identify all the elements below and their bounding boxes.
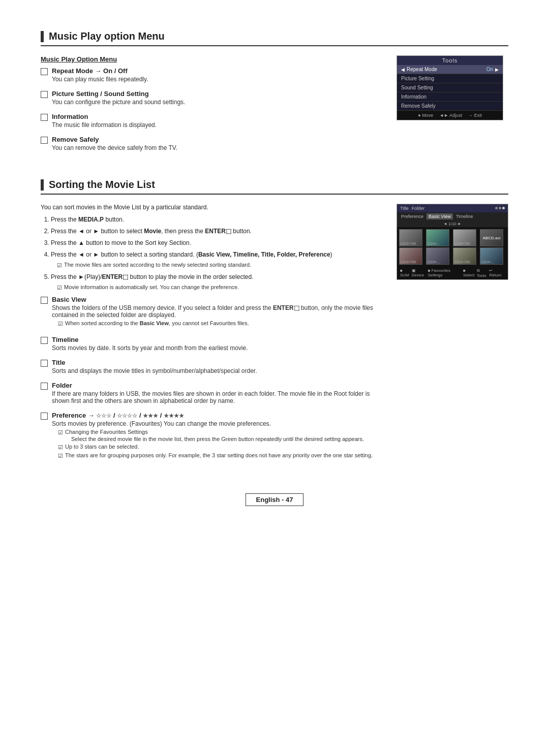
remove-safely-label: Remove Safely	[52, 136, 381, 143]
picture-sound-label: Picture Setting / Sound Setting	[52, 90, 381, 98]
dot-3	[502, 207, 505, 209]
information-label: Information	[52, 113, 381, 120]
preference-content: Preference → ☆☆☆ / ☆☆☆☆ / ★★★ / ★★★★ Sor…	[52, 412, 381, 461]
footer-select: ■ Select	[463, 268, 477, 278]
step-5-note: ☑ Movie information is automatically set…	[57, 283, 381, 292]
checkbox-icon-preference	[41, 413, 48, 420]
basic-view-desc: Shows the folders of the USB memory devi…	[52, 304, 381, 319]
pref-note-2: ☑ Up to 3 stars can be selected.	[58, 444, 381, 451]
thumb-1: 1024×768	[399, 229, 422, 246]
checkbox-icon-remove	[41, 137, 48, 144]
step-3: Press the ▲ button to move to the Sort k…	[51, 238, 381, 247]
pref-note-2-text: Up to 3 stars can be selected.	[65, 444, 139, 450]
repeat-mode-item: Repeat Mode → On / Off You can play musi…	[41, 67, 381, 83]
footer-return: ↩ Return	[489, 268, 505, 278]
folder-desc: If there are many folders in USB, the mo…	[52, 390, 381, 404]
music-play-content: Music Play Option Menu Repeat Mode → On …	[41, 55, 508, 159]
folder-content: Folder If there are many folders in USB,…	[52, 382, 381, 404]
checkbox-icon-timeline	[41, 337, 48, 344]
step-1: Press the MEDIA.P button.	[51, 215, 381, 224]
timeline-label: Timeline	[52, 336, 381, 343]
remove-safely-desc: You can remove the device safely from th…	[52, 144, 381, 151]
movie-header-dots	[495, 206, 505, 211]
remove-safely-item: Remove Safely You can remove the device …	[41, 136, 381, 151]
thumb-5: 1024×768	[399, 247, 422, 265]
tab-timeline[interactable]: Timeline	[454, 213, 475, 219]
note-icon-pref-2: ☑	[58, 444, 63, 451]
tools-row-information: Information	[397, 92, 503, 102]
information-content: Information The music file information i…	[52, 113, 381, 129]
pref-note-1-sub: Select the desired movie file in the mov…	[71, 436, 364, 442]
preference-item: Preference → ☆☆☆ / ☆☆☆☆ / ★★★ / ★★★★ Sor…	[41, 412, 381, 461]
tools-row-information-label: Information	[401, 94, 499, 100]
folder-label: Folder	[52, 382, 381, 389]
arrow-right-icon	[495, 67, 499, 72]
information-desc: The music file information is displayed.	[52, 121, 381, 129]
repeat-mode-desc: You can play music files repeatedly.	[52, 76, 381, 83]
arrow-left-icon	[401, 67, 405, 72]
note-icon-basic-view: ☑	[58, 321, 63, 327]
music-play-left: Music Play Option Menu Repeat Mode → On …	[41, 55, 381, 159]
thumb-5-label: 1024×768	[400, 260, 416, 264]
thumb-8-label: 1024×...	[481, 260, 494, 264]
basic-view-note: ☑ When sorted according to the Basic Vie…	[58, 320, 381, 327]
sorting-steps: Press the MEDIA.P button. Press the ◄ or…	[41, 215, 381, 292]
tools-row-picture-label: Picture Setting	[401, 76, 499, 81]
timeline-item: Timeline Sorts movies by date. It sorts …	[41, 336, 381, 352]
basic-view-note-text: When sorted according to the Basic View,…	[65, 320, 249, 326]
music-play-sub-heading: Music Play Option Menu	[41, 55, 381, 63]
tab-basic-view[interactable]: Basic View	[426, 213, 453, 219]
basic-view-label: Basic View	[52, 296, 381, 303]
footer-move: ● Move	[418, 113, 433, 118]
picture-sound-item: Picture Setting / Sound Setting You can …	[41, 90, 381, 106]
tools-row-repeat: Repeat Mode On	[397, 65, 503, 74]
picture-sound-content: Picture Setting / Sound Setting You can …	[52, 90, 381, 106]
preference-label: Preference → ☆☆☆ / ☆☆☆☆ / ★★★ / ★★★★	[52, 412, 381, 419]
footer-exit: → Exit	[468, 113, 482, 118]
folder-item: Folder If there are many folders in USB,…	[41, 382, 381, 404]
tools-row-remove-label: Remove Safely	[401, 103, 499, 109]
thumb-4-label: ABCD.avi	[483, 236, 501, 240]
music-play-title: Music Play option Menu	[41, 30, 508, 46]
sorting-movie-title: Sorting the Movie List	[41, 179, 508, 195]
movie-header-folder: Folder	[412, 206, 425, 211]
footer-adjust: ◄► Adjust	[439, 113, 462, 118]
dot-1	[495, 207, 498, 209]
step-5: Press the ►(Play)/ENTER⬚ button to play …	[51, 272, 381, 292]
checkbox-icon-basic-view	[41, 297, 48, 304]
checkbox-icon-picture	[41, 91, 48, 98]
title-content: Title Sorts and displays the movie title…	[52, 359, 381, 374]
title-desc: Sorts and displays the movie titles in s…	[52, 367, 381, 374]
checkbox-icon-folder	[41, 383, 48, 390]
footer-tools: ⧉ Tools	[477, 268, 490, 278]
thumb-8: 1024×...	[480, 247, 503, 265]
footer-device: ▣ Device	[412, 268, 428, 278]
sorting-movie-section: Sorting the Movie List You can sort movi…	[41, 179, 508, 468]
tab-preference[interactable]: Preference	[399, 213, 425, 219]
step-2: Press the ◄ or ► button to select Movie,…	[51, 227, 381, 236]
pref-note-1-content: Changing the Favourites Settings Select …	[65, 429, 364, 442]
checkbox-icon-info	[41, 114, 48, 121]
basic-view-content: Basic View Shows the folders of the USB …	[52, 296, 381, 329]
thumb-3: 1024×768	[453, 229, 476, 246]
movie-panel-header: Title Folder	[397, 204, 508, 212]
step-4: Press the ◄ or ► button to select a sort…	[51, 250, 381, 270]
remove-safely-content: Remove Safely You can remove the device …	[52, 136, 381, 151]
tools-panel-title: Tools	[397, 56, 503, 65]
note-icon-pref-3: ☑	[58, 453, 63, 459]
thumb-1-label: 1024×768	[400, 242, 416, 245]
step-4-note: ☑ The movie files are sorted according t…	[57, 261, 381, 270]
thumb-7: 1024×768	[453, 247, 476, 265]
step-4-note-text: The movie files are sorted according to …	[64, 261, 251, 269]
checkbox-icon-repeat	[41, 68, 48, 75]
sorting-movie-content: You can sort movies in the Movie List by…	[41, 204, 508, 468]
information-item: Information The music file information i…	[41, 113, 381, 129]
title-label: Title	[52, 359, 381, 366]
tools-panel-container: Tools Repeat Mode On Picture Setting Sou…	[396, 55, 508, 120]
title-item: Title Sorts and displays the movie title…	[41, 359, 381, 374]
tools-panel-footer: ● Move ◄► Adjust → Exit	[397, 111, 503, 120]
thumb-7-label: 1024×768	[454, 260, 470, 264]
tools-row-repeat-label: Repeat Mode	[407, 67, 484, 72]
footer-fav: ■ Favourites Settings	[428, 268, 463, 278]
checkbox-icon-title	[41, 360, 48, 367]
